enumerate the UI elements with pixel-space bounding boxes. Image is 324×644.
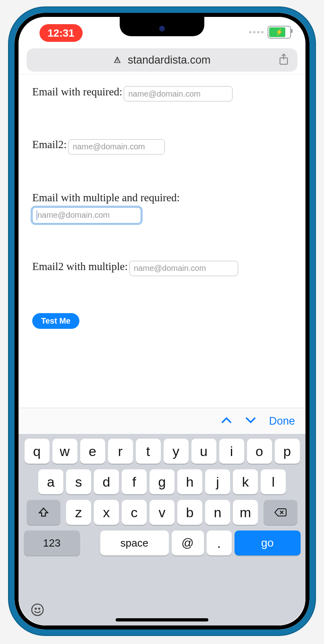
form-next-button[interactable] (245, 415, 257, 427)
keyboard-row-1: q w e r t y u i o p (21, 439, 303, 464)
software-keyboard: q w e r t y u i o p a s d f g h (19, 434, 305, 625)
field-email-required: Email with required: name@domain.com (32, 86, 296, 101)
emoji-keyboard-button[interactable] (31, 603, 44, 620)
battery-icon: ⚡ (268, 26, 291, 39)
key-w[interactable]: w (52, 439, 77, 464)
key-shift[interactable] (27, 500, 60, 525)
email2-multiple-input[interactable]: name@domain.com (129, 261, 238, 276)
email2-input[interactable]: name@domain.com (68, 139, 165, 155)
key-c[interactable]: c (122, 500, 147, 525)
key-i[interactable]: i (219, 439, 244, 464)
key-f[interactable]: f (122, 469, 147, 494)
notch (120, 17, 204, 36)
key-p[interactable]: p (275, 439, 300, 464)
key-q[interactable]: q (25, 439, 50, 464)
keyboard-row-4: 123 space @ . go (21, 530, 303, 555)
key-dot[interactable]: . (207, 530, 232, 555)
test-me-button[interactable]: Test Me (32, 313, 79, 329)
key-space[interactable]: space (100, 530, 169, 555)
emoji-icon (31, 603, 44, 617)
key-s[interactable]: s (66, 469, 91, 494)
key-r[interactable]: r (108, 439, 133, 464)
address-domain: standardista.com (128, 54, 211, 66)
key-m[interactable]: m (233, 500, 258, 525)
key-z[interactable]: z (66, 500, 91, 525)
key-x[interactable]: x (94, 500, 119, 525)
not-secure-icon (113, 54, 121, 66)
svg-point-3 (39, 608, 40, 609)
field-label: Email2 with multiple: (32, 260, 128, 272)
key-t[interactable]: t (136, 439, 161, 464)
shift-icon (38, 507, 49, 518)
key-j[interactable]: j (205, 469, 230, 494)
svg-point-1 (32, 604, 43, 615)
svg-point-2 (35, 608, 36, 609)
key-o[interactable]: o (247, 439, 272, 464)
keyboard-done-button[interactable]: Done (269, 415, 295, 427)
keyboard-accessory-bar: Done (19, 408, 305, 434)
key-at[interactable]: @ (172, 530, 204, 555)
field-email2: Email2: name@domain.com (32, 138, 296, 154)
side-button (12, 194, 15, 229)
browser-address-bar[interactable]: standardista.com (27, 48, 297, 72)
side-button (12, 118, 15, 136)
key-backspace[interactable] (264, 500, 297, 525)
text-caret (37, 211, 37, 220)
key-go[interactable]: go (235, 530, 301, 555)
page-content: Email with required: name@domain.com Ema… (19, 74, 305, 329)
keyboard-row-2: a s d f g h j k l (21, 469, 303, 494)
field-email2-multiple: Email2 with multiple: name@domain.com (32, 260, 296, 276)
phone-frame: 12:31 ⚡ standardista.com (9, 7, 315, 635)
key-u[interactable]: u (191, 439, 216, 464)
key-l[interactable]: l (261, 469, 286, 494)
key-g[interactable]: g (150, 469, 174, 494)
share-icon[interactable] (278, 53, 289, 67)
signal-dots-icon (249, 31, 264, 33)
keyboard-row-3: z x c v b n m (21, 500, 303, 525)
form-prev-button[interactable] (220, 415, 233, 427)
key-b[interactable]: b (177, 500, 202, 525)
key-k[interactable]: k (233, 469, 258, 494)
status-time: 12:31 (48, 27, 75, 39)
key-n[interactable]: n (205, 500, 230, 525)
field-label: Email with required: (32, 86, 122, 98)
key-y[interactable]: y (164, 439, 189, 464)
key-h[interactable]: h (177, 469, 202, 494)
side-button (309, 158, 312, 210)
key-123[interactable]: 123 (24, 530, 80, 555)
side-button (12, 150, 15, 185)
email-required-input[interactable]: name@domain.com (124, 86, 233, 101)
key-e[interactable]: e (80, 439, 105, 464)
key-a[interactable]: a (38, 469, 63, 494)
recording-time-pill[interactable]: 12:31 (39, 24, 83, 42)
field-email-multiple-required: Email with multiple and required: name@d… (32, 192, 296, 223)
key-d[interactable]: d (94, 469, 119, 494)
home-indicator[interactable] (116, 618, 208, 621)
email-multiple-required-input[interactable]: name@domain.com (32, 207, 141, 223)
key-v[interactable]: v (150, 500, 174, 525)
field-label: Email2: (32, 138, 66, 151)
backspace-icon (274, 507, 287, 518)
field-label: Email with multiple and required: (32, 192, 296, 204)
